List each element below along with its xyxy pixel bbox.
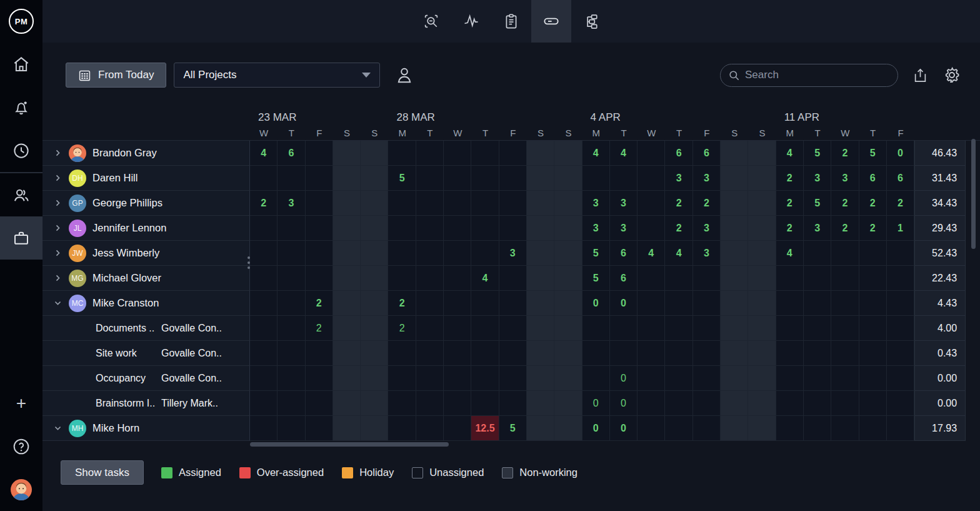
- person-name-cell[interactable]: DHDaren Hill: [42, 166, 250, 191]
- schedule-cell[interactable]: [638, 166, 665, 191]
- person-name-cell[interactable]: MGMichael Glover: [42, 266, 250, 291]
- schedule-cell[interactable]: [610, 341, 638, 366]
- schedule-cell[interactable]: 2: [388, 291, 416, 316]
- schedule-cell[interactable]: [804, 241, 831, 266]
- schedule-cell[interactable]: [388, 241, 416, 266]
- schedule-cell[interactable]: [665, 316, 692, 341]
- schedule-cell[interactable]: 0: [582, 391, 610, 416]
- task-name-cell[interactable]: Documents ... Govalle Con..: [42, 316, 250, 341]
- schedule-cell[interactable]: [887, 291, 914, 316]
- schedule-cell[interactable]: [721, 391, 748, 416]
- schedule-cell[interactable]: [638, 141, 665, 166]
- schedule-cell[interactable]: [333, 391, 361, 416]
- schedule-cell[interactable]: 6: [665, 141, 692, 166]
- expand-icon[interactable]: [52, 224, 62, 232]
- schedule-cell[interactable]: [887, 416, 914, 441]
- sidebar-item-profile[interactable]: [0, 468, 42, 511]
- schedule-cell[interactable]: [638, 366, 665, 391]
- schedule-cell[interactable]: [638, 266, 665, 291]
- schedule-cell[interactable]: 2: [693, 191, 721, 216]
- schedule-cell[interactable]: 2: [831, 216, 859, 241]
- schedule-cell[interactable]: [610, 316, 638, 341]
- expand-icon[interactable]: [52, 174, 62, 182]
- schedule-cell[interactable]: [527, 341, 554, 366]
- schedule-cell[interactable]: 4: [776, 141, 804, 166]
- schedule-cell[interactable]: [416, 291, 444, 316]
- schedule-cell[interactable]: [748, 366, 776, 391]
- schedule-cell[interactable]: 3: [831, 166, 859, 191]
- schedule-cell[interactable]: [748, 316, 776, 341]
- schedule-cell[interactable]: [388, 191, 416, 216]
- schedule-cell[interactable]: [278, 391, 305, 416]
- schedule-cell[interactable]: [554, 341, 582, 366]
- schedule-cell[interactable]: [721, 141, 748, 166]
- schedule-cell[interactable]: 3: [804, 166, 831, 191]
- schedule-cell[interactable]: [306, 191, 333, 216]
- schedule-cell[interactable]: [306, 166, 333, 191]
- schedule-cell[interactable]: [333, 241, 361, 266]
- schedule-cell[interactable]: [554, 266, 582, 291]
- schedule-cell[interactable]: [250, 416, 278, 441]
- schedule-cell[interactable]: 6: [693, 141, 721, 166]
- schedule-cell[interactable]: [499, 291, 527, 316]
- schedule-cell[interactable]: [748, 141, 776, 166]
- export-button[interactable]: [912, 67, 929, 84]
- expand-icon[interactable]: [52, 149, 62, 157]
- column-resize-handle[interactable]: [246, 256, 251, 269]
- schedule-cell[interactable]: [388, 141, 416, 166]
- schedule-cell[interactable]: [748, 416, 776, 441]
- schedule-cell[interactable]: [444, 416, 471, 441]
- schedule-cell[interactable]: [416, 366, 444, 391]
- schedule-cell[interactable]: 2: [776, 166, 804, 191]
- task-name-cell[interactable]: Brainstorm I... Tillery Mark..: [42, 391, 250, 416]
- schedule-cell[interactable]: [527, 141, 554, 166]
- schedule-cell[interactable]: [306, 391, 333, 416]
- schedule-cell[interactable]: [250, 241, 278, 266]
- schedule-cell[interactable]: [776, 416, 804, 441]
- schedule-cell[interactable]: 2: [250, 191, 278, 216]
- schedule-cell[interactable]: 1: [887, 216, 914, 241]
- schedule-cell[interactable]: [721, 241, 748, 266]
- schedule-cell[interactable]: [693, 266, 721, 291]
- schedule-cell[interactable]: [250, 166, 278, 191]
- schedule-cell[interactable]: [333, 341, 361, 366]
- schedule-cell[interactable]: [278, 166, 305, 191]
- schedule-cell[interactable]: [665, 391, 692, 416]
- schedule-cell[interactable]: [361, 266, 388, 291]
- schedule-cell[interactable]: [721, 316, 748, 341]
- schedule-cell[interactable]: [665, 266, 692, 291]
- schedule-cell[interactable]: [499, 191, 527, 216]
- schedule-cell[interactable]: [444, 341, 471, 366]
- schedule-cell[interactable]: [887, 341, 914, 366]
- schedule-cell[interactable]: [721, 216, 748, 241]
- schedule-cell[interactable]: [693, 291, 721, 316]
- schedule-cell[interactable]: [748, 341, 776, 366]
- expand-icon[interactable]: [52, 199, 62, 207]
- tab-zoom-search[interactable]: [411, 0, 451, 43]
- schedule-cell[interactable]: [388, 391, 416, 416]
- schedule-cell[interactable]: [582, 366, 610, 391]
- schedule-cell[interactable]: [444, 291, 471, 316]
- schedule-cell[interactable]: 2: [859, 216, 887, 241]
- schedule-cell[interactable]: [499, 166, 527, 191]
- schedule-cell[interactable]: [693, 366, 721, 391]
- schedule-cell[interactable]: 3: [582, 216, 610, 241]
- schedule-cell[interactable]: [887, 366, 914, 391]
- schedule-cell[interactable]: [444, 166, 471, 191]
- schedule-cell[interactable]: [721, 166, 748, 191]
- schedule-cell[interactable]: 6: [610, 266, 638, 291]
- schedule-cell[interactable]: [859, 241, 887, 266]
- schedule-cell[interactable]: [582, 341, 610, 366]
- schedule-cell[interactable]: [527, 366, 554, 391]
- collapse-icon[interactable]: [52, 424, 62, 432]
- schedule-cell[interactable]: [859, 341, 887, 366]
- schedule-cell[interactable]: 4: [471, 266, 499, 291]
- schedule-cell[interactable]: [610, 166, 638, 191]
- schedule-cell[interactable]: [499, 391, 527, 416]
- schedule-cell[interactable]: [444, 366, 471, 391]
- schedule-cell[interactable]: [527, 316, 554, 341]
- schedule-cell[interactable]: 5: [804, 191, 831, 216]
- schedule-cell[interactable]: [306, 141, 333, 166]
- schedule-cell[interactable]: [582, 316, 610, 341]
- schedule-cell[interactable]: [887, 391, 914, 416]
